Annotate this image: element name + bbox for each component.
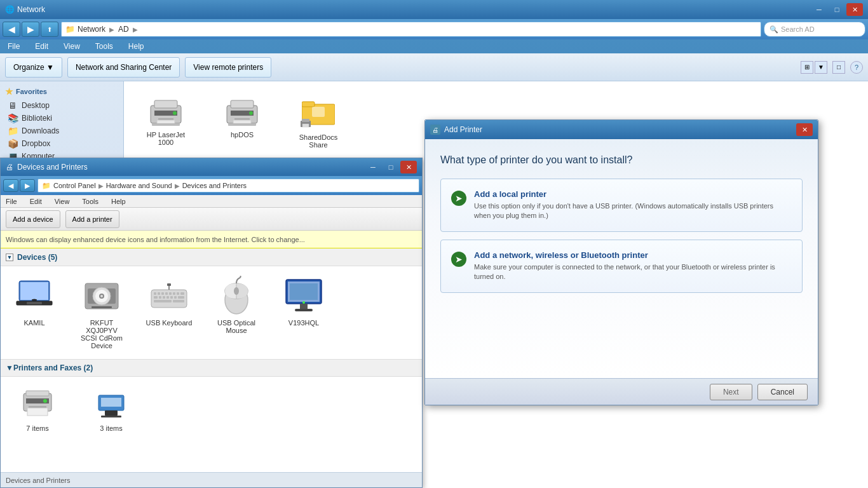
view-toggle-icons[interactable]: ⊞ ▼ (801, 61, 827, 74)
minimize-button[interactable]: ─ (811, 3, 827, 16)
dialog-close-button[interactable]: ✕ (796, 123, 813, 136)
devices-window-controls: ─ □ ✕ (365, 161, 417, 173)
menu-file[interactable]: File (5, 41, 22, 52)
local-printer-option[interactable]: ➤ Add a local printer Use this option on… (440, 179, 803, 232)
add-device-button[interactable]: Add a device (6, 210, 60, 228)
devices-maximize-button[interactable]: □ (383, 161, 399, 173)
printers-area: 7 items 3 items (1, 377, 422, 442)
devices-nav-buttons: ◀ ▶ (3, 179, 35, 192)
menu-help[interactable]: Help (126, 41, 147, 52)
sidebar-item-dropbox[interactable]: 📦 Dropbox (5, 137, 118, 150)
printers-section-label: Printers and Faxes (2) (13, 363, 93, 372)
sidebar-item-desktop[interactable]: 🖥 Desktop (5, 99, 118, 112)
svg-rect-47 (178, 296, 184, 299)
network-address-bar: ◀ ▶ ⬆ 📁 Network ▶ AD ▶ 🔍 Search AD (0, 19, 868, 39)
breadcrumb-control-panel: Control Panel (53, 182, 96, 189)
menu-view[interactable]: View (61, 41, 83, 52)
organize-button[interactable]: Organize ▼ (5, 57, 62, 78)
search-box[interactable]: 🔍 Search AD (764, 22, 865, 37)
svg-rect-9 (231, 100, 254, 108)
maximize-button[interactable]: □ (829, 3, 845, 16)
back-button[interactable]: ◀ (3, 22, 20, 37)
printer-2-count: 3 items (100, 424, 122, 432)
svg-rect-44 (166, 296, 169, 299)
shareddocs-icon (298, 97, 339, 130)
devices-minimize-button[interactable]: ─ (365, 161, 381, 173)
biblioteki-label: Biblioteki (22, 114, 52, 123)
svg-rect-31 (92, 306, 112, 308)
svg-rect-2 (154, 100, 177, 108)
info-bar[interactable]: Windows can display enhanced device icon… (1, 231, 422, 248)
network-window-controls: ─ □ ✕ (811, 3, 863, 16)
printers-section-header: ▼ Printers and Faxes (2) (1, 359, 422, 377)
network-sharing-button[interactable]: Network and Sharing Center (67, 57, 180, 78)
device-keyboard[interactable]: USB Keyboard (140, 271, 198, 331)
sidebar-item-biblioteki[interactable]: 📚 Biblioteki (5, 112, 118, 125)
svg-rect-5 (152, 123, 180, 126)
downloads-label: Downloads (22, 126, 59, 135)
svg-point-67 (43, 399, 47, 403)
menu-tools[interactable]: Tools (93, 41, 116, 52)
cdrom-label: RKFUT XQJ0PYV SCSI CdRom Device (78, 319, 126, 349)
printer-item-1[interactable]: 7 items (6, 382, 69, 437)
network-item-shareddocs[interactable]: SharedDocsShare (287, 92, 350, 154)
devices-toolbar: Add a device Add a printer (1, 208, 422, 231)
printer-item-2[interactable]: 3 items (79, 382, 143, 437)
hpdos-label: hpDOS (231, 131, 254, 139)
network-printer-option[interactable]: ➤ Add a network, wireless or Bluetooth p… (440, 240, 803, 293)
local-printer-label: Add a local printer (474, 189, 792, 199)
device-kamil[interactable]: KAMIL (6, 271, 63, 331)
desktop-label: Desktop (22, 101, 50, 110)
keyboard-icon (149, 276, 189, 316)
search-icon: 🔍 (770, 25, 778, 34)
svg-rect-48 (154, 300, 172, 302)
devices-breadcrumb[interactable]: 📁 Control Panel ▶ Hardware and Sound ▶ D… (37, 179, 419, 193)
cancel-button[interactable]: Cancel (757, 384, 808, 400)
device-monitor[interactable]: V193HQL (275, 271, 332, 331)
network-item-hp-laserjet[interactable]: HP LaserJet 1000 (134, 92, 198, 154)
device-mouse[interactable]: USB Optical Mouse (208, 271, 265, 339)
devices-menu-help[interactable]: Help (109, 197, 128, 206)
printers-collapse-button[interactable]: ▼ (6, 363, 13, 372)
forward-button[interactable]: ▶ (22, 22, 39, 37)
dialog-printer-icon: 🖨 (430, 125, 440, 135)
devices-menu-tools[interactable]: Tools (79, 197, 101, 206)
svg-rect-23 (27, 302, 42, 304)
address-path-input[interactable]: 📁 Network ▶ AD ▶ (61, 22, 761, 37)
add-printer-button[interactable]: Add a printer (65, 210, 119, 228)
next-button[interactable]: Next (710, 384, 752, 400)
downloads-icon: 📁 (8, 126, 18, 136)
status-text: Devices and Printers (6, 477, 71, 484)
mouse-label: USB Optical Mouse (212, 319, 261, 334)
devices-back-button[interactable]: ◀ (3, 179, 18, 192)
svg-point-55 (234, 287, 239, 295)
sidebar-item-downloads[interactable]: 📁 Downloads (5, 125, 118, 137)
menu-edit[interactable]: Edit (32, 41, 51, 52)
close-button[interactable]: ✕ (846, 3, 863, 16)
devices-forward-button[interactable]: ▶ (20, 179, 35, 192)
network-menu-bar: File Edit View Tools Help (0, 39, 868, 53)
devices-section-header: ▼ Devices (5) (1, 248, 422, 266)
devices-collapse-button[interactable]: ▼ (6, 254, 13, 261)
bc-sep2: ▶ (175, 182, 180, 189)
help-button-toolbar[interactable]: ? (850, 61, 863, 74)
svg-rect-43 (163, 296, 165, 299)
network-item-hpdos[interactable]: hpDOS (210, 92, 274, 154)
devices-menu-file[interactable]: File (3, 197, 20, 206)
devices-close-button[interactable]: ✕ (400, 161, 417, 173)
next-label: Next (723, 388, 739, 396)
preview-toggle[interactable]: □ (832, 61, 845, 74)
sep1: ▶ (109, 26, 114, 33)
devices-menu-view[interactable]: View (52, 197, 72, 206)
sep2: ▶ (133, 26, 138, 33)
device-cdrom[interactable]: RKFUT XQJ0PYV SCSI CdRom Device (73, 271, 130, 354)
view-remote-label: View remote printers (193, 63, 263, 72)
network-title-left: 🌐 Network (5, 5, 45, 14)
monitor-icon (283, 276, 324, 316)
devices-menu-edit[interactable]: Edit (27, 197, 44, 206)
up-button[interactable]: ⬆ (41, 22, 58, 37)
add-printer-label: Add a printer (72, 215, 112, 223)
organize-label: Organize ▼ (13, 63, 54, 72)
view-remote-printers-button[interactable]: View remote printers (185, 57, 271, 78)
biblioteki-icon: 📚 (8, 113, 18, 123)
